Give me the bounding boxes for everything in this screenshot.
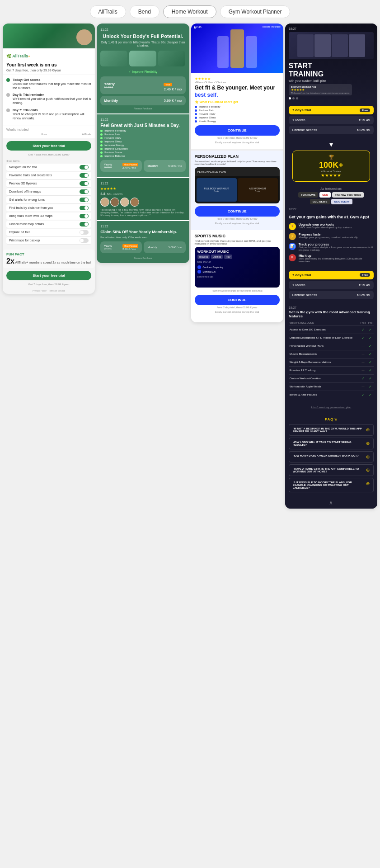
hw-ctrl-uplifting[interactable]: Uplifting — [211, 255, 223, 259]
gym-price2-trial[interactable]: 7 days trial Free — [289, 271, 374, 279]
tab-home-workout[interactable]: Home Workout — [163, 5, 216, 18]
gym-faq-5[interactable]: IS IT POSSIBLE TO MODIFY THE PLANS, FOR … — [289, 478, 374, 492]
timeline-text-1: Unlock our best features that help you m… — [13, 82, 91, 90]
timeline-dot-3 — [6, 108, 10, 112]
hw-playlist-dot-2 — [197, 270, 201, 274]
tab-alltrails[interactable]: AllTrails — [90, 5, 126, 18]
hw-payment-note: Payment will be charged to your iTunes a… — [195, 289, 280, 292]
alltrails-cta-sub-2: Get 7 days free, then 29.99 €/year — [3, 283, 95, 286]
hw-main-title: Get fit & Be younger. Meet your best sel… — [195, 85, 280, 99]
hw-benefit-4: Improve Sleep — [195, 116, 280, 119]
tab-bend[interactable]: Bend — [130, 5, 160, 18]
alltrails-promo: Your first week is on us Get 7 days free… — [3, 60, 95, 75]
alltrails-included-title: What's included — [6, 128, 91, 131]
included-col-free: Free — [41, 133, 47, 136]
hw-benefit-5: Kinetic Energy — [195, 120, 280, 123]
alltrails-cta-button-2[interactable]: Start your free trial — [6, 271, 91, 280]
bend-review-count: 52k+ reviews — [107, 193, 122, 195]
gym-personalized-cta-text[interactable]: I don't want my personalized plan — [311, 406, 351, 409]
gym-faq-4[interactable]: I HAVE A HOME GYM. IS THE APP COMPATIBLE… — [289, 464, 374, 476]
gym-price-lifetime[interactable]: Lifetime access €129.99 — [289, 126, 374, 134]
gym-dot-2 — [296, 97, 298, 99]
gym-faq-2[interactable]: HOW LONG WILL IT TAKE TO START SEEING RE… — [289, 438, 374, 449]
gym-price2-lifetime[interactable]: Lifetime access €129.99 — [289, 291, 374, 299]
feature-row-7: Bring trails to life with 3D maps — [6, 212, 91, 220]
gym-price-trial[interactable]: 7 days trial Free — [289, 106, 374, 114]
hw-card-duration-1: 8 min — [204, 190, 229, 193]
feature-toggle-9[interactable] — [80, 230, 89, 235]
gym-table-row-1: Access to Over 300 Exercises ✓ ✓ — [289, 326, 374, 334]
bend-testimonial: "Been using it for a few months now. I l… — [100, 208, 185, 217]
feature-row-5: Get alerts for wrong turns — [6, 196, 91, 204]
bend-price2-val: 2.49 € / mo — [122, 166, 138, 169]
bend-benefit-dot-8 — [100, 155, 103, 157]
bend-claim-title: Claim 50% Off Your Yearly Membership. — [100, 230, 185, 234]
gym-feature-sub-1: Get a custom plan developed by top train… — [299, 226, 352, 229]
bend-thumb-2 — [129, 51, 156, 66]
gym-faq-icon-5[interactable]: ⊕ — [366, 481, 370, 486]
hw-close-button[interactable]: × — [194, 25, 197, 30]
gym-faq-3[interactable]: HOW MANY DAYS A WEEK SHOULD I WORK OUT? … — [289, 451, 374, 462]
feature-toggle-8[interactable] — [80, 222, 89, 226]
gym-row-label-7: Custom Workout Creation — [289, 374, 359, 382]
feature-toggle-6[interactable] — [80, 206, 89, 210]
gym-personalized-cta[interactable]: I don't want my personalized plan — [289, 402, 374, 410]
gym-row-label-4: Muscle Measurements — [289, 350, 359, 358]
gym-faq-icon-1[interactable]: ⊕ — [366, 427, 370, 432]
hw-benefit-dot-1 — [195, 106, 197, 108]
hw-benefit-dot-5 — [195, 120, 197, 123]
gym-table-row-3: Personalized Workout Plans — ✓ — [289, 342, 374, 350]
feature-toggle-5[interactable] — [80, 198, 89, 202]
gym-faqs-section: FAQ's I'M NOT A BEGINNER IN THE GYM. WOU… — [285, 415, 377, 497]
gym-table-row-4: Muscle Measurements — ✓ — [289, 350, 374, 358]
hw-cta-button-3[interactable]: CONTINUE — [195, 295, 280, 305]
gym-lifetime-value: €129.99 — [357, 128, 370, 132]
gym-featured-section: As featured on: FOX NEWS CNN The New Yor… — [285, 185, 377, 206]
gym-price2-month-label: 1 Month — [292, 283, 305, 287]
feature-row-3: Preview 3D flyovers — [6, 180, 91, 188]
feature-toggle-3[interactable] — [80, 181, 89, 186]
gym-price2-month[interactable]: 1 Month €19.49 — [289, 281, 374, 289]
gym-faq-1[interactable]: I'M NOT A BEGINNER IN THE GYM. WOULD THI… — [289, 424, 374, 436]
hw-cta-sub-1a: Free 7-day trial, then €0.99 €/year — [195, 137, 280, 139]
gym-faq-icon-3[interactable]: ⊕ — [366, 454, 370, 459]
gym-faq-icon-2[interactable]: ⊕ — [366, 441, 370, 446]
hw-cta-button-1[interactable]: CONTINUE — [195, 125, 280, 136]
bend-face-row — [100, 198, 185, 207]
feature-toggle-4[interactable] — [80, 189, 89, 194]
bend-benefit-5: Increase Energy — [100, 144, 185, 146]
alltrails-cta-button-1[interactable]: Start your free trial — [6, 141, 91, 151]
hw-millions-label: Millions Of Users' Choices — [195, 81, 280, 84]
gym-faq-icon-4[interactable]: ⊕ — [366, 467, 370, 472]
hw-phone-content-1: FULL BODY WORKOUT 8 min ABS WORKOUT 5 mi… — [195, 176, 280, 203]
feature-toggle-2[interactable] — [80, 173, 89, 178]
gym-trial-label: 7 days trial — [292, 108, 311, 112]
tab-gym-workout[interactable]: Gym Workout Planner — [220, 5, 291, 18]
feature-toggle-10[interactable] — [80, 238, 89, 243]
bend-benefit-1: Improve Flexibility — [100, 129, 185, 132]
bend-benefit-dot-7 — [100, 151, 103, 154]
gym-row-free-2: ✓ — [359, 334, 367, 342]
gym-faqs-title: FAQ's — [289, 417, 374, 421]
hw-cta-button-2[interactable]: CONTINUE — [195, 206, 280, 217]
gym-up-arrow[interactable]: ∧ — [289, 500, 374, 506]
gym-price-month[interactable]: 1 Month €19.49 — [289, 116, 374, 124]
bend-benefit-dot-4 — [100, 141, 103, 143]
alltrails-hero-avatar — [76, 29, 92, 45]
feature-label-6: Find trails by distance from you — [9, 206, 53, 209]
hw-ctrl-play[interactable]: Play — [224, 255, 232, 259]
hw-ctrl-relaxing[interactable]: Relaxing — [197, 255, 210, 259]
gym-row-free-6: — — [359, 366, 367, 374]
gym-chevron[interactable]: ▾ — [289, 140, 374, 149]
bend-feature-text: Improve Flexibility — [132, 70, 157, 73]
gym-feature-2: ⚡ Progress faster Manage your progressio… — [289, 233, 374, 240]
bend-thumb-1 — [100, 51, 127, 66]
feature-toggle-7[interactable] — [80, 214, 89, 218]
gym-feature-title-1: Upgrade your workouts — [299, 223, 352, 226]
feature-label-8: Unlock more map details — [9, 222, 44, 226]
gym-row-label-2: Detailed Descriptions & HD Videos of Eac… — [289, 334, 359, 342]
bend-price4-val: 2.49 € / mo — [122, 248, 138, 250]
gym-month-value: €19.49 — [359, 118, 370, 122]
feature-toggle-1[interactable] — [80, 165, 89, 170]
hw-restore-button[interactable]: Restore Purchase — [263, 25, 281, 28]
